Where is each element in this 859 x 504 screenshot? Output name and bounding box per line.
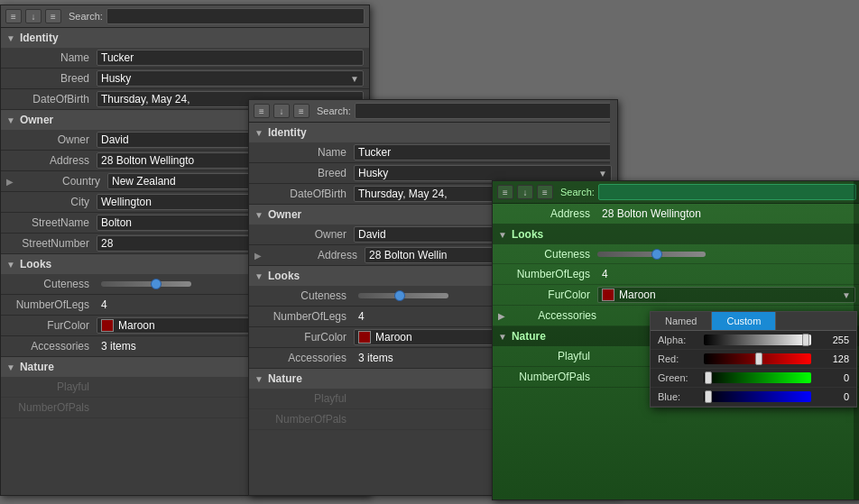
p2-toolbar-btn-3[interactable]: ≡ <box>293 104 309 118</box>
cp-thumb-red[interactable] <box>755 353 762 365</box>
arrow-looks: ▼ <box>6 260 15 270</box>
p3-search-input[interactable] <box>598 184 856 200</box>
p2-cuteness-slider-thumb[interactable] <box>394 290 405 301</box>
p2-arrow-owner: ▼ <box>254 210 263 220</box>
cp-thumb-blue[interactable] <box>705 390 712 403</box>
cp-row-red: Red: 128 <box>651 350 856 369</box>
label-dob: DateOfBirth <box>6 93 97 105</box>
label-accessories: Accessories <box>6 340 97 353</box>
p2-looks-label: Looks <box>268 270 300 282</box>
p3-value-furcolor[interactable]: Maroon ▼ <box>597 287 855 303</box>
breed-dropdown-arrow: ▼ <box>350 74 359 84</box>
p2-breed-arrow: ▼ <box>598 169 607 179</box>
label-streetnumber: StreetNumber <box>6 237 97 250</box>
p2-cuteness-slider-track[interactable] <box>358 293 448 298</box>
p2-furcolor-swatch <box>358 331 371 344</box>
cp-tabs: Named Custom <box>651 312 856 331</box>
label-name: Name <box>6 51 97 64</box>
toolbar-btn-2[interactable]: ↓ <box>25 9 42 23</box>
owner-label: Owner <box>20 114 53 126</box>
cp-label-blue: Blue: <box>658 391 698 402</box>
p3-row-address: Address 28 Bolton Wellington <box>493 204 859 225</box>
value-name[interactable]: Tucker <box>97 50 364 66</box>
p2-label-dob: DateOfBirth <box>254 188 354 200</box>
toolbar-btn-3[interactable]: ≡ <box>45 9 61 23</box>
p2-value-name[interactable]: Tucker <box>354 144 612 160</box>
p3-label-legs: NumberOfLegs <box>498 268 597 280</box>
p3-furcolor-swatch <box>602 289 614 301</box>
panel3-toolbar: ≡ ↓ ≡ Search: <box>493 181 859 204</box>
p2-expand-address[interactable]: ▶ <box>254 251 262 261</box>
arrow-nature: ▼ <box>6 362 15 372</box>
p2-label-legs: NumberOfLegs <box>254 310 354 323</box>
p3-looks-label: Looks <box>512 228 543 241</box>
search-input[interactable] <box>106 8 365 24</box>
expand-arrow-country[interactable]: ▶ <box>6 177 14 187</box>
p2-toolbar-btn-1[interactable]: ≡ <box>254 104 270 118</box>
p3-furcolor-arrow: ▼ <box>842 290 851 300</box>
p2-label-furcolor: FurColor <box>254 331 354 344</box>
p3-row-legs: NumberOfLegs 4 <box>493 264 859 285</box>
p3-cuteness-slider[interactable] <box>597 252 706 257</box>
p2-furcolor-text: Maroon <box>375 331 412 344</box>
panel1-toolbar: ≡ ↓ ≡ Search: <box>1 5 369 28</box>
p3-expand-accessories[interactable]: ▶ <box>498 311 505 321</box>
p3-arrow-looks: ▼ <box>498 230 507 240</box>
p3-label-furcolor: FurColor <box>498 289 597 301</box>
p2-label-accessories: Accessories <box>254 352 354 364</box>
p2-label-name: Name <box>254 146 354 159</box>
cp-tab-custom[interactable]: Custom <box>712 312 776 330</box>
p2-arrow-looks: ▼ <box>254 271 263 281</box>
p3-value-address: 28 Bolton Wellington <box>597 206 855 222</box>
p3-nature-label: Nature <box>512 330 546 343</box>
label-owner: Owner <box>6 133 97 146</box>
cuteness-slider-track[interactable] <box>101 281 191 287</box>
cp-thumb-alpha[interactable] <box>802 334 809 346</box>
nature-label: Nature <box>20 361 54 373</box>
row-name: Name Tucker <box>1 48 369 69</box>
cp-row-green: Green: 0 <box>651 369 856 388</box>
p3-toolbar-btn-3[interactable]: ≡ <box>537 185 553 199</box>
cp-row-blue: Blue: 0 <box>651 388 856 407</box>
cp-thumb-green[interactable] <box>705 371 712 384</box>
p2-toolbar-btn-2[interactable]: ↓ <box>273 104 290 118</box>
cp-slider-green[interactable] <box>704 372 811 383</box>
p2-value-breed[interactable]: Husky ▼ <box>354 165 612 181</box>
value-breed[interactable]: Husky ▼ <box>97 70 364 87</box>
label-country: Country <box>17 175 107 188</box>
cp-tab-named[interactable]: Named <box>651 312 712 330</box>
cp-value-alpha: 255 <box>817 334 849 345</box>
p3-label-cuteness: Cuteness <box>498 248 597 261</box>
p2-section-identity[interactable]: ▼ Identity <box>249 123 617 142</box>
p3-row-furcolor: FurColor Maroon ▼ <box>493 285 859 306</box>
section-identity[interactable]: ▼ Identity <box>1 28 369 48</box>
panel2-toolbar: ≡ ↓ ≡ Search: <box>249 100 617 123</box>
cp-slider-red[interactable] <box>704 353 811 364</box>
label-streetname: StreetName <box>6 216 97 229</box>
search-label: Search: <box>69 11 103 22</box>
p3-search-label: Search: <box>560 187 595 197</box>
arrow-owner: ▼ <box>6 115 15 125</box>
cp-slider-blue[interactable] <box>704 391 811 402</box>
label-breed: Breed <box>6 72 97 85</box>
cp-label-red: Red: <box>658 353 698 364</box>
cp-value-green: 0 <box>817 372 849 383</box>
cp-slider-alpha[interactable] <box>704 334 811 345</box>
cp-value-blue: 0 <box>817 391 849 402</box>
p3-toolbar-btn-1[interactable]: ≡ <box>497 185 513 199</box>
p3-section-looks[interactable]: ▼ Looks <box>493 225 859 244</box>
identity-label: Identity <box>20 32 59 44</box>
p3-toolbar-btn-2[interactable]: ↓ <box>517 185 533 199</box>
p2-search-input[interactable] <box>355 103 613 119</box>
p3-cuteness-thumb[interactable] <box>651 249 662 260</box>
p3-furcolor-text: Maroon <box>619 289 851 301</box>
p3-label-accessories: Accessories <box>509 309 604 322</box>
cuteness-slider-thumb[interactable] <box>151 279 162 289</box>
p3-value-legs: 4 <box>597 266 855 282</box>
p2-label-address: Address <box>265 249 365 261</box>
p2-owner-label: Owner <box>268 208 301 221</box>
label-city: City <box>6 196 97 208</box>
toolbar-btn-1[interactable]: ≡ <box>5 9 22 23</box>
p2-identity-label: Identity <box>268 126 307 139</box>
arrow-identity: ▼ <box>6 33 15 43</box>
